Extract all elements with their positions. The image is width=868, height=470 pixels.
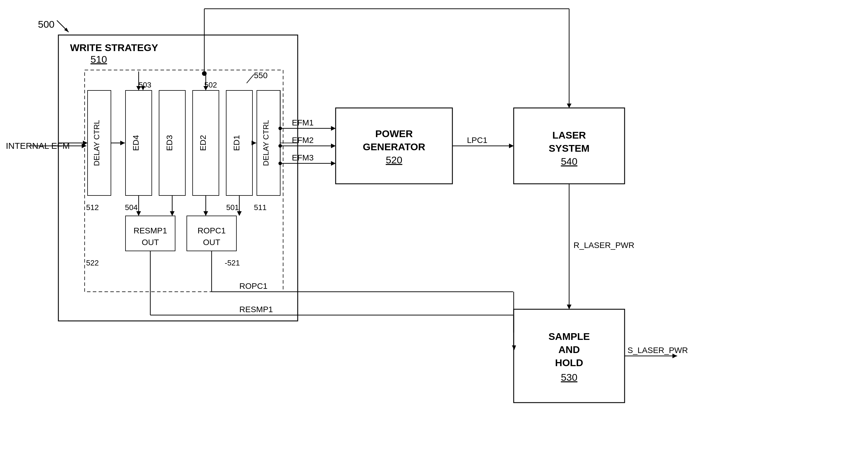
resmp1-out-label1: RESMP1	[133, 226, 167, 235]
resmp1-label: RESMP1	[239, 305, 273, 314]
delay-ctrl-right-label1: DELAY CTRL	[261, 120, 270, 166]
figure-number: 500	[38, 19, 55, 30]
r-laser-pwr-label: R_LASER_PWR	[574, 241, 634, 250]
ed2-label: ED2	[198, 135, 208, 151]
write-strategy-number: 510	[91, 54, 107, 65]
ed3-label: ED3	[165, 135, 174, 151]
sample-hold-label1: SAMPLE	[549, 331, 590, 342]
label-512: 512	[86, 203, 99, 212]
efm3-label: EFM3	[292, 153, 314, 162]
label-503: 503	[138, 81, 151, 89]
resmp1-out-label2: OUT	[142, 238, 159, 247]
ropc1-label: ROPC1	[239, 282, 267, 290]
write-strategy-label: WRITE STRATEGY	[70, 42, 158, 53]
sample-hold-number: 530	[561, 372, 578, 383]
ropc1-out-label2: OUT	[203, 238, 220, 247]
sample-hold-box	[514, 309, 625, 403]
label-550: 550	[254, 71, 268, 80]
laser-system-label: LASER	[552, 129, 586, 140]
laser-system-label2: SYSTEM	[549, 143, 590, 154]
lpc1-label: LPC1	[467, 136, 488, 145]
ed1-label: ED1	[232, 135, 241, 151]
delay-ctrl-left-label1: DELAY CTRL	[92, 120, 101, 166]
power-generator-label: POWER	[375, 128, 413, 139]
laser-system-number: 540	[561, 156, 578, 167]
label-521: -521	[225, 258, 240, 267]
diagram-canvas: WRITE STRATEGY 510 550 DELAY CTRL DELAY …	[0, 0, 868, 470]
sample-hold-label3: HOLD	[555, 357, 583, 368]
sample-hold-label2: AND	[558, 344, 580, 355]
power-generator-number: 520	[386, 154, 402, 165]
efm2-label: EFM2	[292, 136, 314, 145]
label-501: 501	[226, 203, 239, 212]
label-511: 511	[254, 203, 267, 212]
power-generator-label2: GENERATOR	[363, 141, 425, 152]
efm1-label: EFM1	[292, 118, 314, 127]
label-522: 522	[86, 258, 99, 267]
ropc1-out-label1: ROPC1	[197, 226, 226, 235]
label-504: 504	[125, 203, 137, 212]
s-laser-pwr-label: S_LASER_PWR	[627, 346, 688, 355]
ed4-label: ED4	[131, 135, 141, 151]
